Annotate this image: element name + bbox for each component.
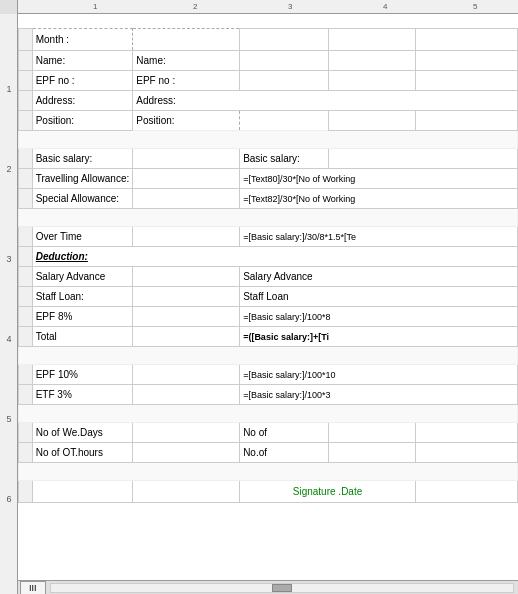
table-row: Over Time =[Basic salary:]/30/8*1.5*[Te — [19, 227, 518, 247]
section-cell — [19, 423, 33, 443]
etf-3-left-cell: ETF 3% — [32, 385, 133, 405]
ruler-corner — [0, 0, 18, 14]
travelling-val — [133, 169, 240, 189]
position-val-2 — [415, 111, 517, 131]
table-row: Basic salary: Basic salary: — [19, 149, 518, 169]
travelling-allowance-cell: Travelling Allowance: — [32, 169, 133, 189]
scrollbar-thumb[interactable] — [272, 584, 292, 592]
no-working-days-val — [133, 423, 240, 443]
basic-salary-left-cell: Basic salary: — [32, 149, 133, 169]
name-val-1 — [240, 51, 329, 71]
section-cell — [19, 111, 33, 131]
table-row: ETF 3% =[Basic salary:]/100*3 — [19, 385, 518, 405]
section-cell — [19, 71, 33, 91]
section-cell — [19, 267, 33, 287]
etf-3-formula-cell: =[Basic salary:]/100*3 — [240, 385, 518, 405]
table-row: Travelling Allowance: =[Text80]/30*[No o… — [19, 169, 518, 189]
month-label-cell: Month : — [32, 29, 133, 51]
section-cell — [19, 91, 33, 111]
section-cell — [19, 443, 33, 463]
section-cell — [19, 365, 33, 385]
over-time-formula-cell: =[Basic salary:]/30/8*1.5*[Te — [240, 227, 518, 247]
epf-right-cell: EPF no : — [133, 71, 240, 91]
address-right-cell: Address: — [133, 91, 518, 111]
no-of-label2-cell: No.of — [240, 443, 329, 463]
staff-loan-right-cell: Staff Loan — [240, 287, 518, 307]
ruler-mark-5: 5 — [473, 2, 477, 11]
section-cell — [19, 169, 33, 189]
salary-advance-left-cell: Salary Advance — [32, 267, 133, 287]
spreadsheet-container: 1 2 3 4 5 1 2 3 4 5 6 Month : — [0, 0, 518, 594]
table-row: Signature .Date — [19, 481, 518, 503]
name-val-3 — [415, 51, 517, 71]
signature-empty-1 — [32, 481, 133, 503]
row-num-1: 1 — [0, 84, 18, 94]
row-num-4: 4 — [0, 334, 18, 344]
total-formula-cell: =([Basic salary:]+[Ti — [240, 327, 518, 347]
total-val — [133, 327, 240, 347]
cell-empty-2 — [329, 29, 416, 51]
no-ot-val — [133, 443, 240, 463]
epf-val-1 — [240, 71, 329, 91]
section-cell — [19, 247, 33, 267]
signature-empty-3 — [415, 481, 517, 503]
position-left-cell: Position: — [32, 111, 133, 131]
total-left-cell: Total — [32, 327, 133, 347]
epf-8-val — [133, 307, 240, 327]
no-of-val — [329, 423, 416, 443]
scrollbar-tab[interactable]: III — [20, 581, 46, 595]
table-row: No of We.Days No of — [19, 423, 518, 443]
table-row — [19, 209, 518, 227]
section-cell — [19, 227, 33, 247]
staff-loan-left-cell: Staff Loan: — [32, 287, 133, 307]
epf-10-formula-cell: =[Basic salary:]/100*10 — [240, 365, 518, 385]
salary-advance-val — [133, 267, 240, 287]
spacer-cell-3 — [19, 347, 518, 365]
epf-10-val — [133, 365, 240, 385]
no-working-days-cell: No of We.Days — [32, 423, 133, 443]
name-val-2 — [329, 51, 416, 71]
row-num-6: 6 — [0, 494, 18, 504]
signature-cell: Signature .Date — [240, 481, 416, 503]
deduction-cell: Deduction: — [32, 247, 517, 267]
ruler-mark-4: 4 — [383, 2, 387, 11]
table-row: EPF no : EPF no : — [19, 71, 518, 91]
table-row — [19, 347, 518, 365]
salary-advance-right-cell: Salary Advance — [240, 267, 518, 287]
position-val-1 — [329, 111, 416, 131]
section-cell — [19, 51, 33, 71]
position-dash-1 — [240, 111, 329, 131]
spacer-cell-5 — [19, 463, 518, 481]
table-row: Position: Position: — [19, 111, 518, 131]
table-row: Deduction: — [19, 247, 518, 267]
table-row: Name: Name: — [19, 51, 518, 71]
ruler-top-marks: 1 2 3 4 5 — [18, 0, 518, 13]
section-cell — [19, 287, 33, 307]
table-row — [19, 405, 518, 423]
no-ot-val-3 — [415, 443, 517, 463]
table-row: EPF 8% =[Basic salary:]/100*8 — [19, 307, 518, 327]
main-area: Month : Name: Name: EPF no : EPF no : — [18, 14, 518, 574]
epf-10-left-cell: EPF 10% — [32, 365, 133, 385]
ruler-mark-3: 3 — [288, 2, 292, 11]
no-ot-hours-cell: No of OT.hours — [32, 443, 133, 463]
travelling-formula-cell: =[Text80]/30*[No of Working — [240, 169, 518, 189]
row-num-3: 3 — [0, 254, 18, 264]
ruler-mark-2: 2 — [193, 2, 197, 11]
scrollbar-area[interactable]: III — [18, 580, 518, 594]
epf-val-3 — [415, 71, 517, 91]
table-row: Salary Advance Salary Advance — [19, 267, 518, 287]
section-cell — [19, 29, 33, 51]
table-row — [19, 463, 518, 481]
epf-val-2 — [329, 71, 416, 91]
scrollbar-track[interactable] — [50, 583, 514, 593]
month-value-cell — [133, 29, 240, 51]
spacer-cell-2 — [19, 209, 518, 227]
section-cell — [19, 307, 33, 327]
row-num-2: 2 — [0, 164, 18, 174]
ruler-mark-1: 1 — [93, 2, 97, 11]
special-val — [133, 189, 240, 209]
ruler-left: 1 2 3 4 5 6 — [0, 14, 18, 594]
epf-8-left-cell: EPF 8% — [32, 307, 133, 327]
cell-empty-1 — [240, 29, 329, 51]
